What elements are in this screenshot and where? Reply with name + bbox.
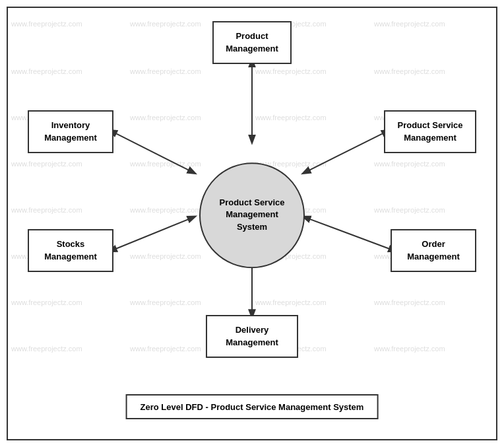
stocks-management-box: StocksManagement: [28, 229, 113, 272]
watermark-28: www.freeprojectz.com: [374, 298, 445, 306]
watermark-32: www.freeprojectz.com: [374, 345, 445, 353]
watermark-1: www.freeprojectz.com: [11, 20, 82, 28]
svg-line-1: [114, 133, 195, 174]
watermark-30: www.freeprojectz.com: [130, 345, 201, 353]
watermark-11: www.freeprojectz.com: [255, 114, 327, 121]
watermark-25: www.freeprojectz.com: [11, 298, 82, 306]
product-service-box: Product ServiceManagement: [384, 110, 476, 153]
svg-line-4: [303, 217, 391, 250]
inventory-management-box: InventoryManagement: [28, 110, 113, 153]
watermark-22: www.freeprojectz.com: [130, 252, 201, 260]
watermark-26: www.freeprojectz.com: [130, 298, 201, 306]
caption-text: Zero Level DFD - Product Service Managem…: [141, 402, 364, 412]
watermark-27: www.freeprojectz.com: [255, 298, 327, 306]
order-management-box: OrderManagement: [391, 229, 476, 272]
inventory-management-label: InventoryManagement: [44, 120, 96, 143]
caption-box: Zero Level DFD - Product Service Managem…: [126, 394, 379, 419]
watermark-4: www.freeprojectz.com: [374, 20, 445, 28]
diagram-container: www.freeprojectz.com www.freeprojectz.co…: [7, 7, 497, 440]
watermark-5: www.freeprojectz.com: [11, 67, 82, 75]
watermark-16: www.freeprojectz.com: [374, 160, 445, 168]
center-label: Product ServiceManagementSystem: [220, 197, 285, 233]
product-service-label: Product ServiceManagement: [398, 120, 463, 143]
svg-line-2: [303, 133, 385, 174]
svg-line-3: [114, 217, 195, 250]
watermark-7: www.freeprojectz.com: [255, 67, 327, 75]
watermark-8: www.freeprojectz.com: [374, 67, 445, 75]
order-management-label: OrderManagement: [407, 238, 459, 262]
product-management-box: ProductManagement: [212, 21, 292, 64]
watermark-17: www.freeprojectz.com: [11, 206, 82, 214]
product-management-label: ProductManagement: [226, 30, 278, 54]
watermark-13: www.freeprojectz.com: [11, 160, 82, 168]
watermark-20: www.freeprojectz.com: [374, 206, 445, 214]
watermark-14: www.freeprojectz.com: [130, 160, 201, 168]
center-node: Product ServiceManagementSystem: [199, 162, 305, 268]
watermark-18: www.freeprojectz.com: [130, 206, 201, 214]
watermark-29: www.freeprojectz.com: [11, 345, 82, 353]
stocks-management-label: StocksManagement: [44, 238, 96, 262]
watermark-2: www.freeprojectz.com: [130, 20, 201, 28]
delivery-management-box: DeliveryManagement: [206, 315, 298, 358]
watermark-10: www.freeprojectz.com: [130, 114, 201, 121]
delivery-management-label: DeliveryManagement: [226, 324, 278, 348]
watermark-6: www.freeprojectz.com: [130, 67, 201, 75]
